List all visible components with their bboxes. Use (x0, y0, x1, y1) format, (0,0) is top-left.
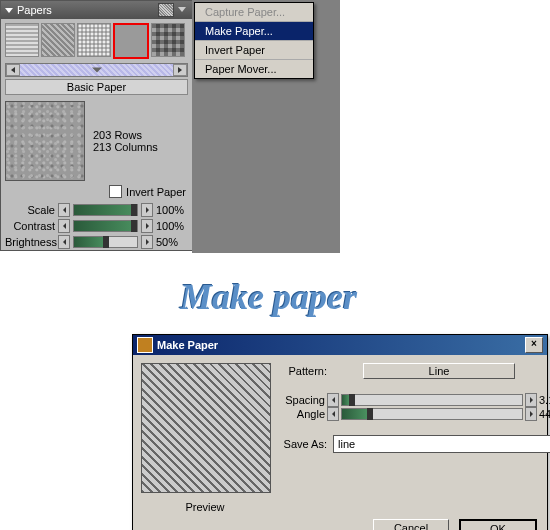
papers-header: Papers (1, 1, 192, 19)
invert-checkbox[interactable] (109, 185, 122, 198)
slider-left-icon[interactable] (58, 235, 70, 249)
close-icon[interactable]: × (525, 337, 543, 353)
ok-button[interactable]: OK (459, 519, 537, 530)
cols-label: 213 Columns (93, 141, 158, 153)
menu-trigger-icon[interactable] (176, 3, 188, 15)
cancel-button[interactable]: Cancel (373, 519, 449, 530)
spacing-label: Spacing (279, 394, 325, 406)
contrast-value: 100% (156, 220, 188, 232)
collapse-icon[interactable] (5, 8, 13, 13)
contrast-label: Contrast (5, 220, 55, 232)
paper-preview (5, 101, 85, 181)
slider-left-icon[interactable] (327, 407, 339, 421)
slider-right-icon[interactable] (141, 219, 153, 233)
brightness-value: 50% (156, 236, 188, 248)
brightness-label: Brightness (5, 236, 55, 248)
slider-right-icon[interactable] (525, 407, 537, 421)
papers-menu: Capture Paper... Make Paper... Invert Pa… (194, 2, 314, 79)
rows-label: 203 Rows (93, 129, 158, 141)
saveas-label: Save As: (279, 438, 327, 450)
menu-capture-paper: Capture Paper... (195, 3, 313, 22)
paper-thumbnails (1, 19, 192, 63)
scale-slider[interactable] (73, 204, 138, 216)
spacing-value: 3.15 (539, 394, 550, 406)
paper-thumb[interactable] (5, 23, 39, 57)
angle-label: Angle (279, 408, 325, 420)
paper-thumb[interactable] (41, 23, 75, 57)
papers-panel: Papers Basic Paper 203 Rows 213 Columns … (0, 0, 193, 251)
contrast-slider[interactable] (73, 220, 138, 232)
scroll-right-icon[interactable] (173, 64, 187, 76)
menu-make-paper[interactable]: Make Paper... (195, 22, 313, 41)
paper-thumb[interactable] (77, 23, 111, 57)
thumbnail-scrollbar[interactable] (5, 63, 188, 77)
slider-right-icon[interactable] (141, 203, 153, 217)
category-label[interactable]: Basic Paper (5, 79, 188, 95)
paper-thumb-selected[interactable] (113, 23, 149, 59)
dialog-title: Make Paper (157, 339, 525, 351)
scroll-left-icon[interactable] (6, 64, 20, 76)
saveas-input[interactable] (333, 435, 550, 453)
dialog-preview (141, 363, 271, 493)
make-paper-dialog: Make Paper × Pattern: Line Spacing 3.15 (132, 334, 548, 530)
texture-icon[interactable] (158, 3, 174, 17)
angle-slider[interactable] (341, 408, 523, 420)
scale-label: Scale (5, 204, 55, 216)
spacing-slider[interactable] (341, 394, 523, 406)
app-icon (137, 337, 153, 353)
dialog-titlebar[interactable]: Make Paper × (133, 335, 547, 355)
slider-right-icon[interactable] (525, 393, 537, 407)
angle-value: 44 (539, 408, 550, 420)
annotation-label: Make paper (180, 276, 357, 318)
preview-label: Preview (141, 501, 269, 513)
brightness-slider[interactable] (73, 236, 138, 248)
scale-value: 100% (156, 204, 188, 216)
paper-thumb[interactable] (151, 23, 185, 57)
slider-left-icon[interactable] (58, 219, 70, 233)
invert-label: Invert Paper (126, 186, 186, 198)
slider-right-icon[interactable] (141, 235, 153, 249)
menu-invert-paper[interactable]: Invert Paper (195, 41, 313, 60)
pattern-label: Pattern: (279, 365, 327, 377)
slider-left-icon[interactable] (327, 393, 339, 407)
pattern-dropdown[interactable]: Line (363, 363, 515, 379)
menu-paper-mover[interactable]: Paper Mover... (195, 60, 313, 78)
slider-left-icon[interactable] (58, 203, 70, 217)
papers-title: Papers (17, 4, 158, 16)
